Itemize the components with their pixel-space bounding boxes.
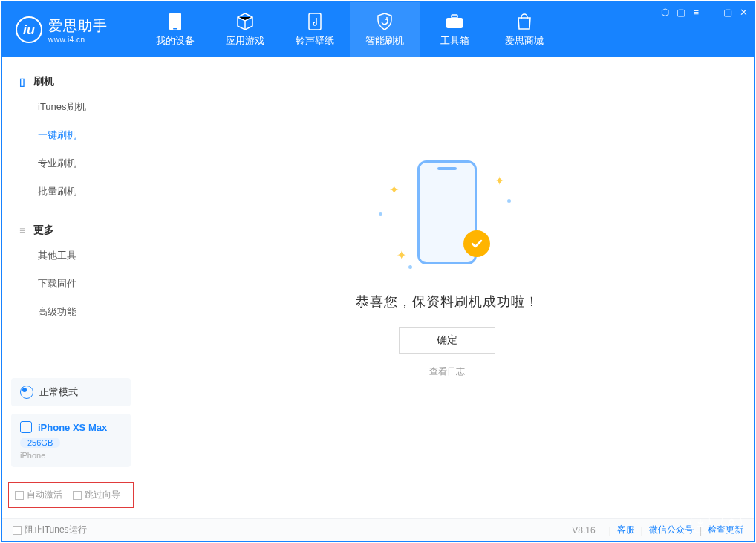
view-log-link[interactable]: 查看日志: [429, 365, 465, 378]
menu-icon[interactable]: ≡: [693, 7, 699, 18]
title-bar: iu 爱思助手 www.i4.cn 我的设备 应用游戏 铃声壁纸 智能刷机: [2, 2, 754, 57]
sidebar-group-flash: ▯ 刷机: [2, 71, 140, 93]
checkbox-icon: [15, 491, 24, 500]
nav-store[interactable]: 爱思商城: [489, 2, 559, 57]
nav-apps-games[interactable]: 应用游戏: [210, 2, 280, 57]
brand-subtitle: www.i4.cn: [48, 36, 108, 44]
sidebar: ▯ 刷机 iTunes刷机 一键刷机 专业刷机 批量刷机 ≡ 更多 其他工具 下…: [2, 57, 140, 518]
minimize-icon[interactable]: —: [706, 7, 716, 18]
device-icon: [169, 12, 182, 31]
phone-outline-icon: [20, 421, 32, 433]
music-note-icon: [307, 12, 323, 31]
brand: iu 爱思助手 www.i4.cn: [2, 2, 140, 57]
device-capacity: 256GB: [20, 438, 60, 448]
success-illustration: ✦ ✦ ✦: [373, 153, 521, 272]
shopping-bag-icon: [516, 12, 532, 31]
sparkle-icon: ✦: [495, 174, 501, 180]
body: ▯ 刷机 iTunes刷机 一键刷机 专业刷机 批量刷机 ≡ 更多 其他工具 下…: [2, 57, 754, 518]
confirm-button[interactable]: 确定: [399, 327, 495, 354]
svg-point-6: [730, 520, 734, 524]
svg-rect-0: [169, 13, 181, 30]
sidebar-item-download-firmware[interactable]: 下载固件: [2, 270, 140, 298]
sidebar-item-batch-flash[interactable]: 批量刷机: [2, 178, 140, 206]
svg-rect-4: [452, 15, 457, 18]
checkbox-auto-activate[interactable]: 自动激活: [15, 489, 62, 501]
version-label: V8.16: [572, 525, 595, 536]
wechat-link[interactable]: 微信公众号: [649, 524, 694, 536]
device-card[interactable]: iPhone XS Max 256GB iPhone: [11, 414, 131, 467]
normal-mode-icon: [20, 386, 33, 399]
sidebar-item-advanced[interactable]: 高级功能: [2, 298, 140, 326]
nav-toolbox[interactable]: 工具箱: [420, 2, 489, 57]
sparkle-icon: ✦: [389, 183, 395, 189]
brand-title: 爱思助手: [48, 16, 108, 36]
sidebar-item-itunes-flash[interactable]: iTunes刷机: [2, 93, 140, 121]
nav-smart-flash[interactable]: 智能刷机: [350, 2, 420, 57]
check-badge-icon: [463, 230, 490, 257]
mode-card[interactable]: 正常模式: [11, 378, 131, 406]
sidebar-item-other-tools[interactable]: 其他工具: [2, 241, 140, 270]
shirt-icon[interactable]: ⬡: [661, 7, 669, 18]
brand-logo-icon: iu: [16, 16, 42, 43]
nav-my-device[interactable]: 我的设备: [140, 2, 210, 57]
nav-ringtone-wallpaper[interactable]: 铃声壁纸: [280, 2, 350, 57]
success-message: 恭喜您，保资料刷机成功啦！: [356, 293, 539, 310]
list-icon: ≡: [17, 225, 27, 235]
lock-icon[interactable]: ▢: [677, 7, 685, 18]
checkbox-skip-guide[interactable]: 跳过向导: [73, 489, 120, 501]
device-name: iPhone XS Max: [38, 422, 107, 433]
window-controls: ⬡ ▢ ≡ — ▢ ✕: [661, 7, 748, 18]
app-window: iu 爱思助手 www.i4.cn 我的设备 应用游戏 铃声壁纸 智能刷机: [1, 1, 755, 542]
sidebar-group-more: ≡ 更多: [2, 219, 140, 241]
checkbox-block-itunes[interactable]: 阻止iTunes运行: [13, 524, 87, 536]
top-nav: 我的设备 应用游戏 铃声壁纸 智能刷机 工具箱 爱思商城: [140, 2, 559, 57]
svg-rect-1: [173, 28, 177, 30]
status-bar: 阻止iTunes运行 V8.16 | 客服 | 微信公众号 | 检查更新: [2, 518, 754, 541]
svg-rect-5: [446, 22, 463, 22]
close-icon[interactable]: ✕: [740, 7, 748, 18]
sidebar-item-pro-flash[interactable]: 专业刷机: [2, 149, 140, 178]
briefcase-icon: [445, 12, 464, 31]
phone-icon: ▯: [17, 77, 27, 87]
sparkle-icon: ✦: [397, 248, 403, 254]
svg-rect-2: [309, 13, 321, 30]
svg-rect-3: [446, 18, 463, 28]
options-row-highlighted: 自动激活 跳过向导: [8, 482, 134, 508]
checkbox-icon: [13, 526, 22, 535]
shield-refresh-icon: [375, 12, 394, 31]
device-type: iPhone: [20, 451, 122, 460]
sidebar-item-oneclick-flash[interactable]: 一键刷机: [2, 121, 140, 149]
cube-icon: [235, 12, 255, 31]
checkbox-icon: [73, 491, 82, 500]
main-content: ✦ ✦ ✦ 恭喜您，保资料刷机成功啦！ 确定 查看日志: [140, 57, 754, 518]
maximize-icon[interactable]: ▢: [723, 7, 732, 18]
support-link[interactable]: 客服: [617, 524, 635, 536]
